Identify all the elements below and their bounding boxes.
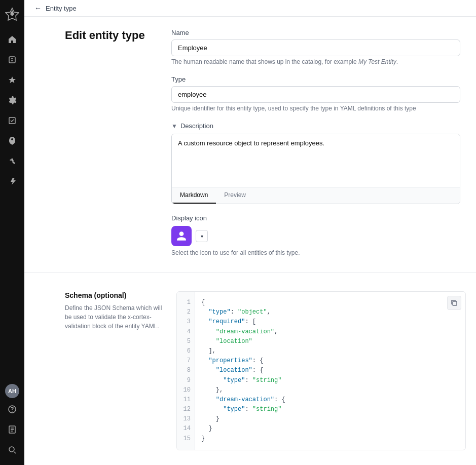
icon-hint: Select the icon to use for all entities … (171, 249, 463, 256)
sidebar-item-tasks[interactable] (3, 111, 21, 130)
sidebar-bottom: AH (3, 384, 21, 459)
schema-title: Schema (optional) (65, 291, 164, 299)
description-section: ▼ Description A custom resource object t… (171, 122, 463, 204)
name-label: Name (171, 29, 463, 36)
back-button[interactable]: ← (34, 4, 42, 12)
sidebar-item-settings[interactable] (3, 91, 21, 109)
type-input[interactable] (171, 86, 460, 103)
icon-preview (171, 226, 192, 246)
schema-description: Schema (optional) Define the JSON Schema… (65, 291, 176, 450)
type-label: Type (171, 75, 463, 83)
topnav: ← Entity type (24, 0, 476, 17)
chevron-down-icon: ▼ (171, 123, 177, 130)
name-input[interactable] (171, 40, 460, 56)
name-section: Name The human readable name that shows … (171, 29, 463, 65)
code-editor[interactable]: 12345 678910 1112131415 { "type": "objec… (176, 291, 466, 450)
icon-picker: ▾ (171, 226, 463, 246)
logo[interactable] (4, 6, 20, 22)
divider (24, 273, 476, 273)
tab-markdown[interactable]: Markdown (172, 187, 216, 204)
breadcrumb: Entity type (46, 5, 77, 12)
name-hint: The human readable name that shows up in… (171, 58, 463, 65)
svg-rect-5 (453, 301, 457, 305)
code-editor-inner: 12345 678910 1112131415 { "type": "objec… (177, 292, 465, 450)
sidebar-item-help[interactable] (3, 400, 21, 418)
display-icon-section: Display icon ▾ Select the icon to use fo… (171, 214, 463, 256)
avatar[interactable]: AH (5, 384, 19, 398)
schema-hint: Define the JSON Schema which will be use… (65, 303, 164, 331)
code-content: { "type": "object", "required": [ "dream… (195, 292, 291, 450)
description-tabs: Markdown Preview (172, 187, 460, 204)
sidebar-item-home[interactable] (3, 30, 21, 49)
tab-preview[interactable]: Preview (216, 187, 254, 204)
sidebar-item-favorites[interactable] (3, 71, 21, 89)
line-numbers: 12345 678910 1112131415 (177, 292, 195, 450)
sidebar-item-search[interactable] (3, 441, 21, 459)
description-box: A custom resource object to represent em… (171, 134, 460, 204)
icon-dropdown-button[interactable]: ▾ (196, 230, 208, 242)
page-body: Edit entity type Name The human readable… (24, 17, 476, 460)
main-content: ← Entity type Edit entity type Name The … (24, 0, 476, 465)
sidebar-item-automation[interactable] (3, 172, 21, 190)
sidebar-item-launch[interactable] (3, 132, 21, 150)
sidebar-item-tools[interactable] (3, 152, 21, 170)
page-title: Edit entity type (65, 29, 159, 42)
sidebar: AH (0, 0, 24, 465)
description-textarea[interactable]: A custom resource object to represent em… (172, 134, 460, 185)
display-icon-label: Display icon (171, 214, 463, 222)
type-section: Type Unique identifier for this entity t… (171, 75, 463, 112)
description-header[interactable]: ▼ Description (171, 122, 463, 130)
sidebar-item-docs[interactable] (3, 420, 21, 439)
svg-rect-0 (9, 57, 15, 63)
svg-point-4 (9, 447, 14, 452)
type-hint: Unique identifier for this entity type, … (171, 105, 463, 112)
copy-button[interactable] (447, 296, 461, 310)
schema-section: Schema (optional) Define the JSON Schema… (24, 281, 476, 460)
description-label: Description (180, 122, 213, 130)
sidebar-item-entity[interactable] (3, 51, 21, 69)
